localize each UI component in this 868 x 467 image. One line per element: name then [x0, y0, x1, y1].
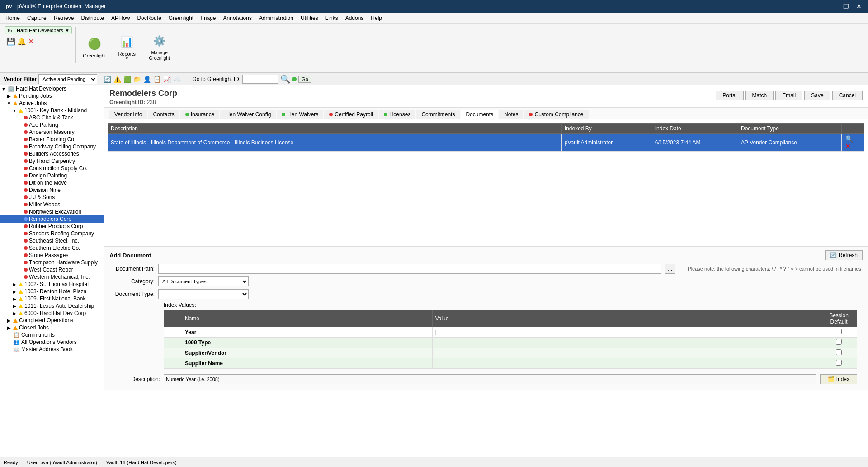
- sidebar-item-all-ops[interactable]: 👥All Operations Vendors: [0, 338, 104, 346]
- docs-filter-icon[interactable]: 📋: [152, 75, 161, 84]
- go-button[interactable]: Go: [298, 76, 311, 83]
- pending-expand[interactable]: ▶: [6, 94, 12, 99]
- tab-lien-waiver-config[interactable]: Lien Waiver Config: [220, 110, 276, 119]
- tab-commitments[interactable]: Commitments: [416, 110, 460, 119]
- sidebar-item-stone[interactable]: Stone Passages: [0, 252, 104, 259]
- menu-apflow[interactable]: APFlow: [108, 14, 133, 22]
- menu-links[interactable]: Links: [322, 14, 342, 22]
- sidebar-item-remodelers[interactable]: Remodelers Corp: [0, 215, 104, 223]
- email-button[interactable]: Email: [775, 91, 802, 100]
- cancel-button[interactable]: Cancel: [832, 91, 863, 100]
- sidebar-item-anderson[interactable]: Anderson Masonry: [0, 129, 104, 136]
- sidebar-item-completed[interactable]: ▶Completed Operations: [0, 317, 104, 324]
- menu-distribute[interactable]: Distribute: [77, 14, 108, 22]
- tab-licenses[interactable]: Licenses: [379, 110, 415, 119]
- root-expand[interactable]: ▼: [1, 86, 6, 91]
- active-expand[interactable]: ▼: [6, 101, 12, 106]
- sidebar-item-dit[interactable]: Dit on the Move: [0, 179, 104, 186]
- menu-utilities[interactable]: Utilities: [297, 14, 322, 22]
- tab-documents[interactable]: Documents: [461, 110, 498, 119]
- sidebar-item-construction[interactable]: Construction Supply Co.: [0, 165, 104, 172]
- menu-image[interactable]: Image: [197, 14, 219, 22]
- session-default-year[interactable]: [836, 329, 842, 334]
- menu-addons[interactable]: Addons: [342, 14, 368, 22]
- menu-retrieve[interactable]: Retrieve: [50, 14, 78, 22]
- sidebar-item-miller[interactable]: Miller Woods: [0, 201, 104, 208]
- sidebar-item-western[interactable]: Western Mechanical, Inc.: [0, 273, 104, 281]
- folder-filter-icon[interactable]: 📁: [132, 75, 142, 84]
- sidebar-item-1001[interactable]: ▼ 1001- Key Bank - Midland: [0, 107, 104, 114]
- index-value-supplier-vendor[interactable]: [435, 350, 818, 356]
- refresh-filter-icon[interactable]: 🔄: [103, 75, 112, 84]
- index-value-1099[interactable]: [435, 339, 818, 346]
- description-input[interactable]: [164, 374, 816, 384]
- sidebar-item-commitments[interactable]: 📋Commitments: [0, 331, 104, 338]
- green-filter-icon[interactable]: 🟩: [123, 75, 132, 84]
- match-button[interactable]: Match: [745, 91, 774, 100]
- category-select[interactable]: All Document Types: [158, 276, 249, 286]
- x-icon[interactable]: ✕: [28, 37, 34, 46]
- session-default-1099[interactable]: [836, 339, 842, 345]
- portal-button[interactable]: Portal: [716, 91, 743, 100]
- sidebar-item-jj[interactable]: J J & Sons: [0, 194, 104, 201]
- person-filter-icon[interactable]: 👤: [142, 75, 151, 84]
- close-button[interactable]: ✕: [854, 2, 864, 11]
- sidebar-item-6000[interactable]: ▶6000- Hard Hat Dev Corp: [0, 310, 104, 317]
- greenlight-ribbon-btn[interactable]: 🟢 Greenlight: [79, 27, 110, 68]
- sidebar-item-1011[interactable]: ▶1011- Lexus Auto Dealership: [0, 302, 104, 310]
- document-path-input[interactable]: [158, 264, 661, 274]
- session-default-supplier-vendor[interactable]: [836, 349, 842, 355]
- manage-greenlight-ribbon-btn[interactable]: ⚙️ Manage Greenlight: [144, 27, 175, 68]
- session-default-supplier-name[interactable]: [836, 360, 842, 366]
- refresh-button[interactable]: 🔄 Refresh: [825, 250, 863, 260]
- reports-ribbon-btn[interactable]: 📊 Reports ▼: [111, 27, 143, 68]
- sidebar-item-byhand[interactable]: By Hand Carpentry: [0, 157, 104, 165]
- menu-greenlight[interactable]: Greenlight: [165, 14, 197, 22]
- sidebar-item-thompson[interactable]: Thompson Hardware Supply: [0, 259, 104, 266]
- 1001-expand[interactable]: ▼: [12, 108, 17, 113]
- sidebar-item-abc-chalk[interactable]: ABC Chalk & Tack: [0, 114, 104, 121]
- save-icon[interactable]: 💾: [6, 37, 15, 46]
- bell-icon[interactable]: 🔔: [17, 37, 26, 46]
- menu-administration[interactable]: Administration: [255, 14, 297, 22]
- search-icon[interactable]: 🔍: [280, 74, 290, 84]
- cloud-filter-icon[interactable]: ☁️: [172, 75, 181, 84]
- sidebar-item-builders[interactable]: Builders Accessories: [0, 150, 104, 157]
- tab-certified-payroll[interactable]: Certified Payroll: [324, 110, 378, 119]
- index-button[interactable]: 🗂️ Index: [820, 374, 857, 384]
- browse-button[interactable]: ...: [665, 264, 675, 274]
- sidebar-item-design[interactable]: Design Painting: [0, 172, 104, 179]
- menu-annotations[interactable]: Annotations: [220, 14, 255, 22]
- chart-filter-icon[interactable]: 📈: [162, 75, 171, 84]
- maximize-button[interactable]: ❐: [840, 2, 852, 11]
- table-row[interactable]: State of Illinois - Illinois Department …: [108, 134, 864, 152]
- vendor-filter-dropdown[interactable]: Active and Pending All Active Pending: [38, 74, 97, 84]
- doc-delete-button[interactable]: ✕: [844, 143, 852, 150]
- sidebar-item-southern-elec[interactable]: Southern Electric Co.: [0, 244, 104, 252]
- menu-capture[interactable]: Capture: [24, 14, 50, 22]
- sidebar-item-1009[interactable]: ▶1009- First National Bank: [0, 295, 104, 302]
- menu-home[interactable]: Home: [2, 14, 24, 22]
- save-button[interactable]: Save: [804, 91, 830, 100]
- menu-docroute[interactable]: DocRoute: [133, 14, 165, 22]
- doc-view-button[interactable]: 🔍: [844, 135, 854, 143]
- sidebar-item-westcoast[interactable]: West Coast Rebar: [0, 266, 104, 273]
- sidebar-item-1002[interactable]: ▶1002- St. Thomas Hospital: [0, 281, 104, 288]
- sidebar-item-active-jobs[interactable]: ▼ Active Jobs: [0, 100, 104, 107]
- sidebar-item-sanders[interactable]: Sanders Roofing Company: [0, 230, 104, 237]
- sidebar-item-closed[interactable]: ▶Closed Jobs: [0, 324, 104, 331]
- sidebar-item-broadway[interactable]: Broadway Ceiling Company: [0, 143, 104, 150]
- sidebar-item-division[interactable]: Division Nine: [0, 186, 104, 194]
- sidebar-item-southeast[interactable]: Southeast Steel, Inc.: [0, 237, 104, 244]
- menu-help[interactable]: Help: [367, 14, 386, 22]
- minimize-button[interactable]: —: [827, 2, 839, 11]
- sidebar-item-pending-jobs[interactable]: ▶ Pending Jobs: [0, 92, 104, 100]
- tab-insurance[interactable]: Insurance: [180, 110, 220, 119]
- tab-contacts[interactable]: Contacts: [148, 110, 179, 119]
- index-value-supplier-name[interactable]: [435, 360, 818, 367]
- index-value-year[interactable]: [435, 329, 818, 335]
- tab-custom-compliance[interactable]: Custom Compliance: [524, 110, 588, 119]
- sidebar-item-master[interactable]: 📖Master Address Book: [0, 346, 104, 353]
- sidebar-item-rubber[interactable]: Rubber Products Corp: [0, 223, 104, 230]
- document-type-select[interactable]: [158, 289, 249, 299]
